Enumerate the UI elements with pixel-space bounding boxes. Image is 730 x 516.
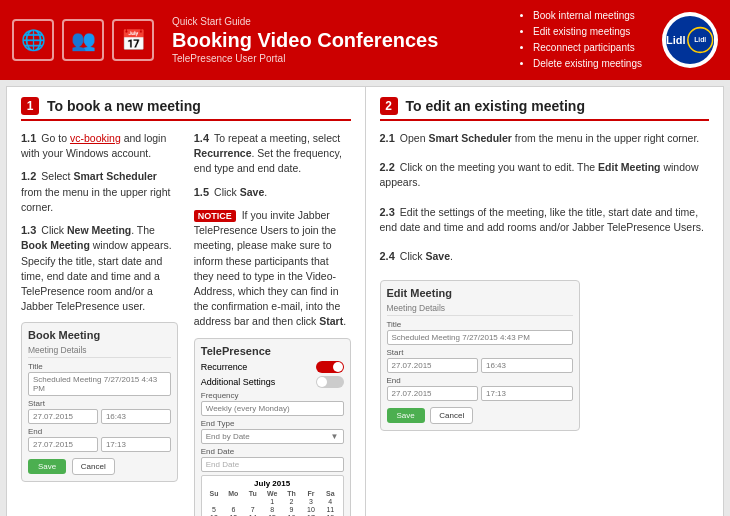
step-1-2-num: 1.2 [21, 170, 36, 182]
notice-badge: NOTICE [194, 210, 236, 222]
additional-toggle[interactable] [316, 376, 344, 388]
left-section-number: 1 [21, 97, 39, 115]
step-1-3-text: Click New Meeting. The Book Meeting wind… [21, 224, 172, 312]
right-section-number: 2 [380, 97, 398, 115]
cal-h-fr: Fr [302, 490, 320, 497]
cal-h-su: Su [205, 490, 223, 497]
additional-label: Additional Settings [201, 377, 276, 387]
edit-title-label: Title [387, 320, 573, 329]
right-section-title: To edit an existing meeting [406, 98, 585, 114]
edit-start-row: 27.07.2015 16:43 [387, 358, 573, 373]
quick-start-label: Quick Start Guide [172, 16, 509, 27]
book-end-time[interactable]: 17:13 [101, 437, 171, 452]
globe-icon: 🌐 [12, 19, 54, 61]
vc-booking-link[interactable]: vc-booking [70, 132, 121, 144]
cal-day-11[interactable]: 11 [321, 506, 339, 513]
end-date-placeholder: End Date [206, 460, 239, 469]
cal-day-10[interactable]: 10 [302, 506, 320, 513]
cal-day-8[interactable]: 8 [263, 506, 281, 513]
edit-meeting-mockup: Edit Meeting Meeting Details Title Sched… [380, 280, 710, 431]
book-start-date[interactable]: 27.07.2015 [28, 409, 98, 424]
edit-end-row: 27.07.2015 17:13 [387, 386, 573, 401]
header-icons: 🌐 👥 📅 [12, 19, 154, 61]
lidl-logo: Lidl [666, 16, 714, 64]
step-1-5-text: Click Save. [214, 186, 267, 198]
header-bullets: Book internal meetings Edit existing mee… [519, 8, 652, 72]
recurrence-label: Recurrence [201, 362, 248, 372]
header-text: Quick Start Guide Booking Video Conferen… [164, 16, 509, 64]
book-save-button[interactable]: Save [28, 459, 66, 474]
left-steps-grid: 1.1 Go to vc-booking and login with your… [21, 131, 351, 516]
right-section-header: 2 To edit an existing meeting [380, 97, 710, 121]
book-title-input[interactable]: Scheduled Meeting 7/27/2015 4:43 PM [28, 372, 171, 396]
frequency-label: Frequency [201, 391, 344, 400]
header-subtitle: TelePresence User Portal [172, 53, 509, 64]
end-type-value: End by Date [206, 432, 250, 441]
right-steps: 2.1 Open Smart Scheduler from the menu i… [380, 131, 710, 272]
step-1-3: 1.3 Click New Meeting. The Book Meeting … [21, 223, 178, 314]
book-meeting-title: Book Meeting [28, 329, 171, 341]
book-start-label: Start [28, 399, 171, 408]
step-2-2-num: 2.2 [380, 161, 395, 173]
edit-save-button[interactable]: Save [387, 408, 425, 423]
book-end-row: 27.07.2015 17:13 [28, 437, 171, 452]
step-2-3-num: 2.3 [380, 206, 395, 218]
cal-day-1[interactable]: 1 [263, 498, 281, 505]
book-cancel-button[interactable]: Cancel [72, 458, 115, 475]
step-2-1-text: Open Smart Scheduler from the menu in th… [400, 132, 699, 144]
edit-cancel-button[interactable]: Cancel [430, 407, 473, 424]
end-date-input[interactable]: End Date [201, 457, 344, 472]
step-2-1-num: 2.1 [380, 132, 395, 144]
step-1-4: 1.4 To repeat a meeting, select Recurren… [194, 131, 351, 177]
calendar-month: July 2015 [205, 479, 340, 488]
cal-day-6[interactable]: 6 [224, 506, 242, 513]
cal-day-4[interactable]: 4 [321, 498, 339, 505]
book-end-label: End [28, 427, 171, 436]
end-type-input[interactable]: End by Date ▼ [201, 429, 344, 444]
video-icon: 👥 [62, 19, 104, 61]
step-2-1: 2.1 Open Smart Scheduler from the menu i… [380, 131, 710, 146]
step-1-1-text: Go to vc-booking and login with your Win… [21, 132, 166, 159]
edit-title-input[interactable]: Scheduled Meeting 7/27/2015 4:43 PM [387, 330, 573, 345]
step-1-1-num: 1.1 [21, 132, 36, 144]
calendar-mini: July 2015 Su Mo Tu We Th Fr Sa - - - [201, 475, 344, 516]
edit-end-date[interactable]: 27.07.2015 [387, 386, 479, 401]
step-1-5-num: 1.5 [194, 186, 209, 198]
left-section-title: To book a new meeting [47, 98, 201, 114]
book-start-time[interactable]: 16:43 [101, 409, 171, 424]
edit-start-label: Start [387, 348, 573, 357]
end-type-label: End Type [201, 419, 344, 428]
cal-day-9[interactable]: 9 [282, 506, 300, 513]
left-col-2: 1.4 To repeat a meeting, select Recurren… [194, 131, 351, 516]
cal-empty-1: - [205, 498, 223, 505]
cal-day-7[interactable]: 7 [244, 506, 262, 513]
step-1-3-num: 1.3 [21, 224, 36, 236]
edit-mockup-box: Edit Meeting Meeting Details Title Sched… [380, 280, 580, 431]
bullet-3: Reconnect participants [533, 40, 642, 56]
step-2-2: 2.2 Click on the meeting you want to edi… [380, 160, 710, 190]
lidl-logo-svg: Lidl [686, 17, 714, 63]
cal-empty-2: - [224, 498, 242, 505]
edit-section-label: Meeting Details [387, 303, 573, 316]
recurrence-toggle[interactable] [316, 361, 344, 373]
edit-end-time[interactable]: 17:13 [481, 386, 573, 401]
book-title-label: Title [28, 362, 171, 371]
frequency-input[interactable]: Weekly (every Monday) [201, 401, 344, 416]
book-end-date[interactable]: 27.07.2015 [28, 437, 98, 452]
edit-start-time[interactable]: 16:43 [481, 358, 573, 373]
step-1-4-num: 1.4 [194, 132, 209, 144]
step-1-5-notice-text: NOTICE If you invite Jabber TelePresence… [194, 209, 346, 328]
right-panel: 2 To edit an existing meeting 2.1 Open S… [366, 87, 724, 516]
cal-day-3[interactable]: 3 [302, 498, 320, 505]
edit-start-date[interactable]: 27.07.2015 [387, 358, 479, 373]
step-2-4-text: Click Save. [400, 250, 453, 262]
left-section-header: 1 To book a new meeting [21, 97, 351, 121]
step-2-3: 2.3 Edit the settings of the meeting, li… [380, 205, 710, 235]
cal-empty-3: - [244, 498, 262, 505]
bullet-2: Edit existing meetings [533, 24, 642, 40]
calendar-icon: 📅 [112, 19, 154, 61]
cal-day-5[interactable]: 5 [205, 506, 223, 513]
cal-h-we: We [263, 490, 281, 497]
cal-day-2[interactable]: 2 [282, 498, 300, 505]
step-1-4-text: To repeat a meeting, select Recurrence. … [194, 132, 342, 174]
